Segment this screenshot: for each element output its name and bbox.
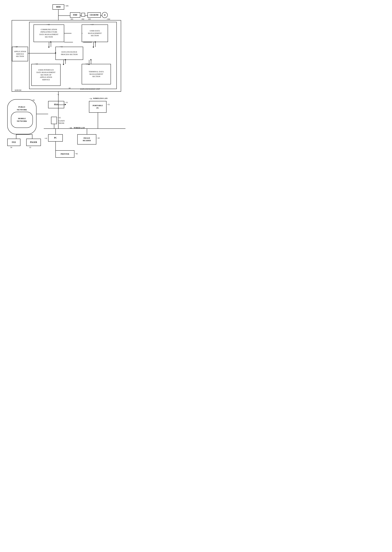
td-dex-line — [91, 60, 91, 64]
diagram: HDD 185 ~ FDD 181 182 CD-ROM 183 ~ 184 S… — [3, 3, 128, 181]
data-exchange-label: DATA EXCHANGE PROCESS SECTION — [61, 51, 78, 56]
comm-ref: 15 — [48, 23, 50, 26]
hp-label: HANDY PHONE — [58, 120, 65, 124]
dex-ui-arrow — [63, 64, 64, 65]
app-to-dex-line — [28, 53, 56, 53]
cd-ref: 184 — [107, 18, 110, 20]
ud-h-line — [82, 33, 82, 33]
ui-ref: 13 — [36, 63, 38, 65]
portable-pc-ref: 51 — [108, 103, 110, 106]
dex-td-arrow — [88, 64, 90, 65]
fd-box — [81, 13, 85, 17]
user-data-label: USER DATA MANAGEMENT SECTION — [88, 30, 102, 37]
server-to-wired-v — [58, 98, 58, 129]
dex-ud-arrow1 — [93, 47, 94, 48]
pc-label: PC — [54, 137, 57, 139]
dex-ud-line1 — [93, 42, 94, 47]
pda-label: PDA — [54, 103, 58, 106]
printer-ref: 42 — [76, 153, 78, 155]
cdrom-box: CD-ROM — [88, 12, 101, 18]
ui-ref-tick: ~ — [35, 63, 36, 65]
comm-dex-arrow1 — [48, 47, 49, 48]
communication-box: COMMUNICATION INFRASTRUCTURE DATA MANAGE… — [34, 25, 64, 42]
wireless-lan-ref: 50 — [90, 98, 92, 100]
cloud-to-pda-h — [36, 114, 48, 114]
public-network-label: PUBLIC NETWORK — [17, 106, 27, 111]
wired-lan-label: WIRED LAN — [74, 127, 85, 129]
hdd-label: HDD — [56, 6, 61, 8]
ud-dex-line1 — [95, 42, 96, 47]
pc-to-printer-v — [56, 142, 56, 151]
public-network-ref: 30 — [33, 99, 35, 101]
mobile-network-cloud: MOBILE NETWORK — [11, 112, 33, 128]
dex-ui-line — [63, 60, 64, 64]
ud-dex-h — [83, 42, 92, 42]
pda-ref: 31 — [66, 101, 68, 104]
wired-lan-tick: ~ — [69, 127, 70, 129]
public-network-cloud: PUBLIC NETWORK MOBILE NETWORK — [7, 99, 36, 134]
user-interface-box: USER INTERFACE DATA MANAGEMENT SECTION O… — [31, 64, 61, 86]
ir-ref: 43 — [98, 137, 100, 139]
hdd-ref: 185 — [66, 5, 69, 7]
application-label: APPLICATION SERVICE SECTION — [14, 50, 26, 58]
server-pda-arrow — [65, 104, 66, 105]
comm-ref-tick: ~ — [47, 23, 48, 26]
dex-comm-line1 — [51, 42, 51, 47]
ui-dex-arrow — [65, 59, 66, 60]
public-network-ref-tick: ~ — [32, 99, 33, 101]
cloud-fax-v — [16, 134, 16, 139]
fdd-label: FDD — [73, 14, 77, 16]
mobile-network-label: MOBILE NETWORK — [17, 117, 27, 122]
cd-hole — [104, 14, 105, 16]
communication-label: COMMUNICATION INFRASTRUCTURE DATA MANAGE… — [39, 28, 58, 38]
cdrom-ref: 183 — [88, 18, 91, 20]
pda-ref-tick: ~ — [65, 101, 66, 104]
hp-to-wired-v — [54, 124, 54, 129]
wlan-to-wired-v — [98, 113, 98, 129]
portable-pc-ref-tick: ~ — [107, 103, 108, 106]
wired-to-pc-v — [56, 128, 56, 134]
server-to-pda-h — [58, 105, 65, 105]
server-ref-tick: ~ — [57, 93, 58, 96]
terminal-data-label: TERMINAL DATA MANAGEMENT SECTION — [89, 71, 104, 78]
user-interface-label: USER INTERFACE DATA MANAGEMENT SECTION O… — [36, 69, 56, 81]
pc-ref: 41 — [45, 137, 47, 140]
deu-ref: 10 — [69, 87, 70, 89]
user-data-box: USER DATA MANAGEMENT SECTION — [82, 25, 108, 42]
td-ref: 12 — [86, 63, 88, 65]
pager-label: PAGER — [30, 141, 37, 144]
cloud-fax-h — [16, 134, 32, 134]
comm-dex-h — [64, 42, 73, 42]
app-to-dex-arrow — [55, 52, 56, 54]
dex-comm-arrow1 — [50, 41, 51, 42]
wireless-lan-tick: ~ — [89, 98, 90, 100]
fd-ref: 182 — [81, 18, 84, 20]
pc-ref-tick: ~ — [44, 137, 45, 140]
cdrom-label: CD-ROM — [90, 14, 98, 16]
ui-dex-line — [65, 60, 66, 64]
pager-ref: 33 — [29, 146, 31, 149]
hdd-line — [58, 10, 58, 15]
data-exchange-unit-label: DATA EXCHANGE UNIT — [80, 88, 100, 90]
handy-phone-box — [51, 117, 57, 124]
printer-box: PRINTER — [56, 150, 74, 158]
server-to-network-v — [58, 92, 58, 98]
data-exchange-box: DATA EXCHANGE PROCESS SECTION — [56, 47, 83, 60]
fdd-box: FDD — [70, 12, 80, 18]
dex-ref: 11 — [61, 46, 63, 48]
image-reader-label: IMAGE READER — [83, 137, 91, 142]
pager-box: PAGER — [26, 139, 41, 146]
comm-dex-line1 — [49, 42, 49, 47]
cloud-pager-v — [32, 134, 32, 139]
hdd-box: HDD — [53, 4, 64, 10]
fax-ref: 34 — [10, 146, 12, 149]
hdd-ref-dash: ~ — [64, 5, 65, 7]
portable-pc-label: PORTABLE PC — [93, 104, 103, 109]
dex-ref-tick: ~ — [60, 46, 61, 48]
userdata-ref: 14 — [92, 23, 93, 26]
top-to-server-v — [58, 15, 58, 21]
comm-h-line — [64, 33, 71, 33]
fax-box: FAX — [7, 139, 21, 146]
wired-to-ir-v — [87, 128, 87, 134]
app-ref: 20 — [16, 46, 18, 48]
